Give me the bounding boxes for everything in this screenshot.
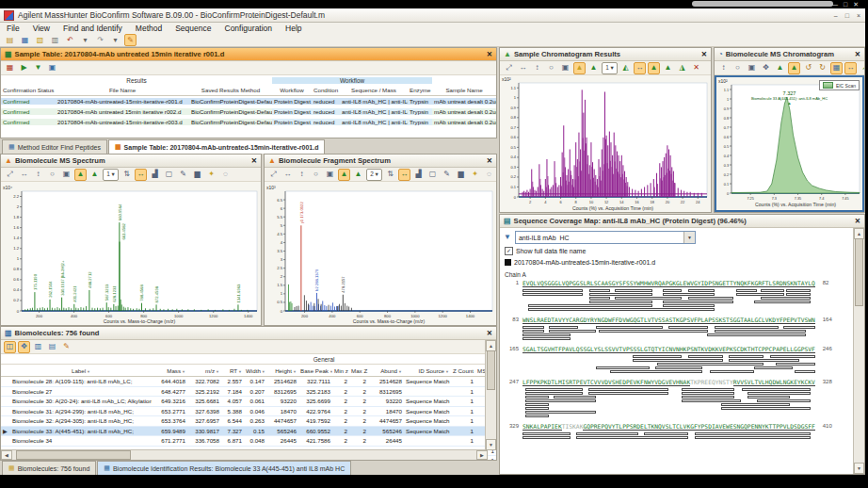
column-header[interactable]: Min z▼ (332, 367, 349, 374)
menu-method[interactable]: Method (129, 24, 169, 33)
h-range-icon[interactable]: ↔ (281, 169, 294, 181)
close-icon[interactable]: ✕ (487, 50, 492, 58)
export-table-icon[interactable]: ▼ (32, 62, 44, 74)
column-header[interactable]: m/z▼ (187, 367, 221, 374)
column-header[interactable]: Abund▼ (368, 367, 404, 374)
peak-fill-icon[interactable]: ▲ (88, 169, 101, 181)
peak-fill-icon[interactable]: ▲ (587, 62, 600, 74)
charge-spinner[interactable]: 1 ▾ (103, 169, 119, 181)
menu-sequence[interactable]: Sequence (169, 24, 217, 33)
filter-icon[interactable]: ▼ (216, 369, 219, 374)
edit-icon[interactable]: ✎ (60, 341, 72, 353)
h-range-icon[interactable]: ↔ (517, 62, 529, 74)
menu-configuration[interactable]: Configuration (218, 24, 280, 33)
charge-spinner[interactable]: 2 ▾ (366, 169, 382, 181)
column-header[interactable]: Saved Results Method (189, 87, 272, 93)
filter-icon[interactable]: ▼ (87, 369, 90, 374)
protein-selector-dropdown[interactable]: anti-IL8 mAb_HC ▼ (515, 231, 696, 244)
menu-help[interactable]: Help (279, 24, 308, 33)
ms-spectrum-header[interactable]: ▲ Biomolecule MS Spectrum ✕ (1, 155, 261, 168)
column-header[interactable]: Z Count▼ (451, 367, 475, 374)
horizontal-scrollbar[interactable]: ◀▶ (1, 449, 488, 460)
table-row[interactable]: ▶Biomolecule 33: A(445-451): anti-IL8 mA… (1, 427, 496, 437)
window-control[interactable]: – (830, 12, 842, 19)
show-filename-checkbox[interactable]: ✓ (505, 247, 513, 255)
fragment-spectrum-header[interactable]: ▲ Biomolecule Fragment Spectrum ✕ (265, 155, 496, 168)
zoom-icon[interactable]: ○ (46, 169, 58, 181)
strip-window-controls[interactable]: —□✕ (831, 1, 864, 8)
menu-file[interactable]: File (0, 24, 26, 33)
filter-icon[interactable]: ▼ (398, 369, 402, 374)
save-icon[interactable]: ▦ (19, 34, 31, 46)
v-range-icon[interactable]: ↕ (296, 169, 308, 181)
column-header[interactable]: Mass▼ (152, 367, 187, 374)
table-row[interactable]: Biomolecule 28: A(109-115): anti-IL8 mAb… (1, 377, 496, 387)
column-header[interactable]: Sample Name (432, 87, 496, 93)
column-header[interactable]: RT▼ (221, 367, 244, 374)
filter-icon[interactable]: ▼ (293, 369, 297, 374)
export-plot-icon[interactable]: ✎ (177, 169, 189, 181)
chart-icon[interactable]: ▟ (412, 169, 425, 181)
redo-dropdown-icon[interactable]: ▾ (109, 34, 121, 46)
worklist-icon[interactable]: ▦ (4, 62, 16, 74)
clear-icon[interactable]: ✦ (205, 169, 217, 181)
flip-icon[interactable]: ⇅ (384, 169, 396, 181)
add-sample-icon[interactable]: ▣ (46, 62, 58, 74)
tab-biomolecule-identification-results[interactable]: ▦Biomolecule Identification Results: Bio… (97, 461, 351, 475)
sample-table-header[interactable]: ▦ Sample Table: 20170804-mAb untreated 1… (1, 48, 496, 61)
export-icon[interactable]: ▤ (46, 341, 58, 353)
flip-icon[interactable]: ⇅ (121, 169, 133, 181)
zoom-icon[interactable]: ○ (731, 62, 744, 74)
box-zoom-icon[interactable]: ▣ (60, 169, 72, 181)
filter-icon[interactable]: ▼ (238, 369, 242, 374)
window-control[interactable]: □ (844, 1, 853, 8)
link-x-icon[interactable]: ↔ (398, 169, 410, 181)
undo-dropdown-icon[interactable]: ▾ (79, 34, 91, 46)
menu-find-and-identify[interactable]: Find and Identify (56, 24, 129, 33)
column-header[interactable]: Max Z▼ (349, 367, 368, 374)
fragment-spectrum-plot[interactable]: 20040060080010001200140000.511.522.533.5… (265, 182, 496, 325)
window-control[interactable]: ✕ (853, 1, 864, 8)
overlay-icon[interactable]: ◮ (676, 62, 688, 74)
zoom-icon[interactable]: ○ (545, 62, 557, 74)
copy-plot-icon[interactable]: ▢ (163, 169, 175, 181)
v-range-icon[interactable]: ↕ (717, 62, 730, 74)
integrate-icon[interactable]: ▲ (648, 62, 660, 74)
window-control[interactable]: — (831, 1, 844, 8)
table-row[interactable]: Confirmed20170804-mAb-untreated-15min-it… (1, 96, 496, 106)
open-icon[interactable]: ▤ (4, 34, 16, 46)
peak-label-icon[interactable]: ▲ (338, 169, 350, 181)
table-row[interactable]: Biomolecule 27648.4277325.21927.1840.207… (1, 387, 496, 398)
close-icon[interactable]: ✕ (251, 156, 257, 165)
column-header[interactable]: Workflow (272, 87, 312, 93)
tab-method-editor-find-peptides[interactable]: ▦Method Editor Find Peptides (2, 139, 107, 154)
table-row[interactable]: Biomolecule 30: A(20-24): anti-IL8 mAb_L… (1, 397, 496, 407)
link-x-icon[interactable]: ↔ (634, 62, 646, 74)
column-header[interactable]: Condition (312, 87, 340, 93)
filter-icon[interactable]: ✥ (18, 341, 30, 353)
chevron-down-icon[interactable]: ▼ (683, 232, 695, 243)
window-control[interactable]: □ (842, 12, 853, 19)
column-header[interactable]: Confirmation Status (1, 87, 56, 93)
column-header[interactable]: Label▼ (10, 367, 152, 374)
window-controls[interactable]: –□× (830, 12, 864, 19)
delete-icon[interactable]: ✕ (690, 62, 702, 74)
filter-icon[interactable]: ▼ (182, 369, 185, 374)
copy-plot-icon[interactable]: ▢ (426, 169, 439, 181)
close-icon[interactable]: ✕ (855, 217, 860, 225)
close-icon[interactable]: ✕ (855, 50, 860, 58)
link-x-icon[interactable]: ↔ (135, 169, 147, 181)
print-plot-icon[interactable]: ◌ (219, 169, 232, 181)
column-header[interactable]: Enzyme (408, 87, 432, 93)
column-header[interactable]: File Name (56, 87, 189, 93)
print-icon[interactable]: ▥ (49, 34, 61, 46)
table-row[interactable]: Confirmed20170804-mAb untreated 15min it… (1, 106, 496, 117)
column-header[interactable]: ID Source▼ (404, 367, 451, 374)
v-range-icon[interactable]: ↕ (531, 62, 543, 74)
column-header[interactable]: Base Peak▼ (298, 367, 332, 374)
resize-icon[interactable]: ⤢ (4, 169, 16, 181)
edit-method-icon[interactable]: ✎ (124, 34, 137, 46)
run-analysis-icon[interactable]: ▶ (18, 62, 30, 74)
coverage-map-header[interactable]: ▤ Sequence Coverage Map: anti-IL8 mAb_HC… (500, 215, 864, 228)
redo-zoom-icon[interactable]: ↻ (816, 62, 828, 74)
